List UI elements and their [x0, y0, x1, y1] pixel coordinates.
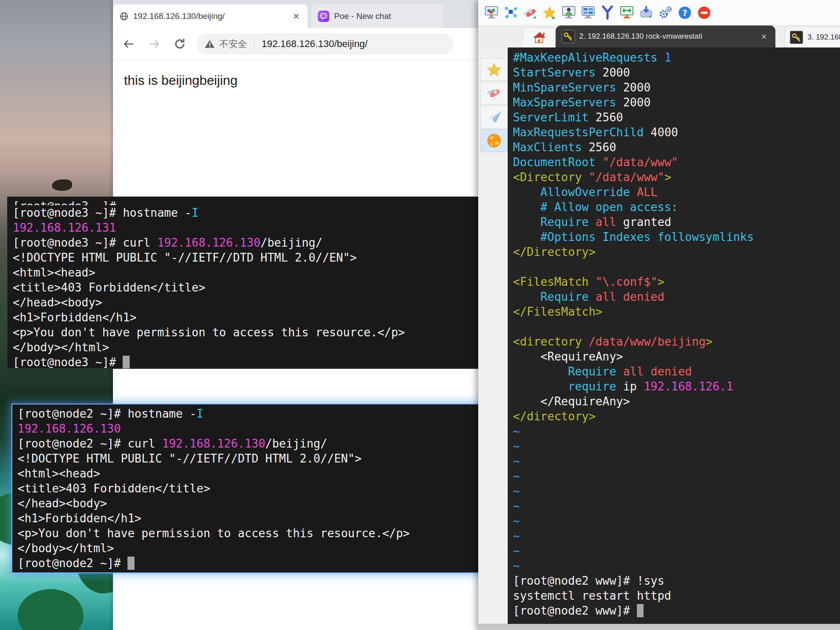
- terminal-line: 192.168.126.130: [18, 421, 489, 436]
- terminal-line: [root@node3 ~]#: [13, 199, 488, 205]
- browser-tab-beijing[interactable]: 192.168.126.130/beijing/: [113, 4, 308, 28]
- tools-knife-icon[interactable]: [480, 82, 508, 105]
- terminal-line: ~: [513, 424, 840, 439]
- terminal-line: [root@node3 ~]#: [13, 355, 488, 369]
- multiexec-y-icon[interactable]: [600, 4, 615, 21]
- terminal-line: 192.168.126.131: [13, 220, 488, 235]
- terminal-line: Require all granted: [513, 215, 840, 229]
- terminal-line: </head><body>: [13, 295, 488, 310]
- split-view-icon[interactable]: [580, 4, 596, 21]
- terminal-line: ~: [513, 484, 840, 499]
- terminal-line: </Directory>: [513, 244, 840, 259]
- tab-title: Poe - New chat: [334, 11, 437, 21]
- terminal-line: [513, 319, 840, 334]
- terminal-line: </FilesMatch>: [513, 304, 840, 319]
- xserver-stop-icon[interactable]: [696, 4, 712, 21]
- home-icon: [531, 30, 548, 45]
- favorites-star-icon[interactable]: [480, 58, 508, 81]
- close-icon[interactable]: [291, 11, 302, 22]
- mobaxterm-window: ? 2. 192.168.126.130 rock-vmwarestati ×: [478, 0, 840, 630]
- terminal-line: [root@node2 ~]#: [18, 556, 489, 571]
- back-icon[interactable]: [119, 34, 138, 54]
- terminal-line: <html><head>: [13, 265, 488, 280]
- browser-tab-poe[interactable]: Poe - New chat: [311, 4, 443, 28]
- browser-toolbar: 不安全 192.168.126.130/beijing/: [113, 28, 479, 60]
- terminal-line: <html><head>: [18, 466, 489, 481]
- tab-title: 192.168.126.130/beijing/: [133, 11, 287, 21]
- moba-terminal-vim[interactable]: #MaxKeepAliveRequests 1StartServers 2000…: [508, 47, 840, 624]
- terminal-line: <!DOCTYPE HTML PUBLIC "-//IETF//DTD HTML…: [13, 250, 488, 265]
- svg-text:?: ?: [682, 8, 687, 18]
- packages-disk-icon[interactable]: [638, 4, 654, 21]
- moba-statusbar[interactable]: [478, 624, 840, 630]
- terminal-line: require ip 192.168.126.1: [513, 379, 840, 394]
- terminal-line: <directory /data/www/beijing>: [513, 334, 840, 349]
- terminal-line: <p>You don't have permission to access t…: [13, 325, 488, 340]
- moba-session-tab-active[interactable]: 2. 192.168.126.130 rock-vmwarestati ×: [556, 25, 775, 47]
- close-icon[interactable]: ×: [759, 32, 769, 42]
- terminal-line: [root@node2 ~]# curl 192.168.126.130/bei…: [18, 436, 489, 451]
- moba-tab-title: 3. 192.168.: [807, 33, 840, 42]
- address-bar[interactable]: 不安全 192.168.126.130/beijing/: [196, 33, 453, 55]
- tunneling-monitor-icon[interactable]: [619, 4, 635, 21]
- terminal-window-node3[interactable]: [root@node3 ~]# [root@node3 ~]# hostname…: [7, 197, 489, 369]
- macros-plane-icon[interactable]: [480, 106, 508, 128]
- terminal-line: ~: [513, 543, 840, 558]
- settings-gears-icon[interactable]: [658, 4, 673, 21]
- terminal-line: AllowOverride ALL: [513, 185, 840, 200]
- help-icon[interactable]: ?: [677, 4, 693, 21]
- browser-page: this is beijingbeijing: [113, 60, 479, 88]
- moba-session-tab-3[interactable]: 3. 192.168.: [784, 26, 840, 47]
- terminal-line: <FilesMatch "\.conf$">: [513, 274, 840, 289]
- terminal-line: </head><body>: [18, 496, 489, 511]
- terminal-line: Require all denied: [513, 364, 840, 379]
- terminal-line: StartServers 2000: [513, 65, 840, 80]
- terminal-line: </body></html>: [18, 541, 489, 556]
- session-monitor-icon[interactable]: [484, 4, 499, 21]
- moba-sidebar: [478, 47, 508, 624]
- servers-network-icon[interactable]: [503, 4, 519, 21]
- terminal-line: [root@node2 ~]# hostname -I: [18, 406, 489, 421]
- omnibox-divider: [254, 38, 255, 50]
- terminal-line: [513, 259, 840, 274]
- terminal-line: <RequireAny>: [513, 349, 840, 364]
- wallpaper-bird: [52, 179, 72, 191]
- terminal-line: [root@node2 www]#: [513, 603, 840, 618]
- terminal-line: #Options Indexes followsymlinks: [513, 229, 840, 244]
- forward-icon[interactable]: [145, 34, 164, 54]
- moba-home-tab[interactable]: [521, 27, 558, 47]
- terminal-line: ~: [513, 454, 840, 469]
- terminal-line: <p>You don't have permission to access t…: [18, 526, 489, 541]
- terminal-line: ~: [513, 439, 840, 454]
- terminal-line: MaxClients 2560: [513, 140, 840, 155]
- terminal-window-node2[interactable]: [root@node2 ~]# hostname -I192.168.126.1…: [12, 404, 489, 572]
- terminal-line: </body></html>: [13, 340, 488, 355]
- terminal-line: [root@node3 ~]# hostname -I: [13, 205, 488, 220]
- terminal-line: <Directory "/data/www">: [513, 170, 840, 185]
- terminal-line: </RequireAny>: [513, 394, 840, 409]
- games-star-icon[interactable]: [542, 4, 557, 21]
- terminal-line: </directory>: [513, 409, 840, 424]
- terminal-line: <h1>Forbidden</h1>: [13, 310, 488, 325]
- tools-knife-icon[interactable]: [522, 4, 538, 21]
- terminal-line: ~: [513, 558, 840, 573]
- url-text[interactable]: 192.168.126.130/beijing/: [262, 38, 367, 50]
- terminal-line: <!DOCTYPE HTML PUBLIC "-//IETF//DTD HTML…: [18, 451, 489, 466]
- terminal-line: <h1>Forbidden</h1>: [18, 511, 489, 526]
- user-sessions-icon[interactable]: [561, 4, 577, 21]
- globe-favicon: [119, 11, 129, 21]
- key-icon: [790, 31, 803, 44]
- terminal-line: #MaxKeepAliveRequests 1: [513, 50, 840, 65]
- poe-chat-icon: [317, 10, 330, 22]
- key-icon: [562, 30, 575, 43]
- warning-triangle-icon[interactable]: [204, 39, 215, 49]
- moba-body: #MaxKeepAliveRequests 1StartServers 2000…: [478, 47, 840, 624]
- moba-tab-title: 2. 192.168.126.130 rock-vmwarestati: [579, 32, 754, 41]
- terminal-line: Require all denied: [513, 289, 840, 304]
- desktop: 192.168.126.130/beijing/ Poe - New chat: [0, 0, 840, 630]
- security-label[interactable]: 不安全: [219, 38, 247, 50]
- terminal-line: [root@node3 ~]# curl 192.168.126.130/bei…: [13, 235, 488, 250]
- browser-globe-icon[interactable]: [480, 129, 508, 152]
- reload-icon[interactable]: [170, 34, 189, 54]
- terminal-line: <title>403 Forbidden</title>: [18, 481, 489, 496]
